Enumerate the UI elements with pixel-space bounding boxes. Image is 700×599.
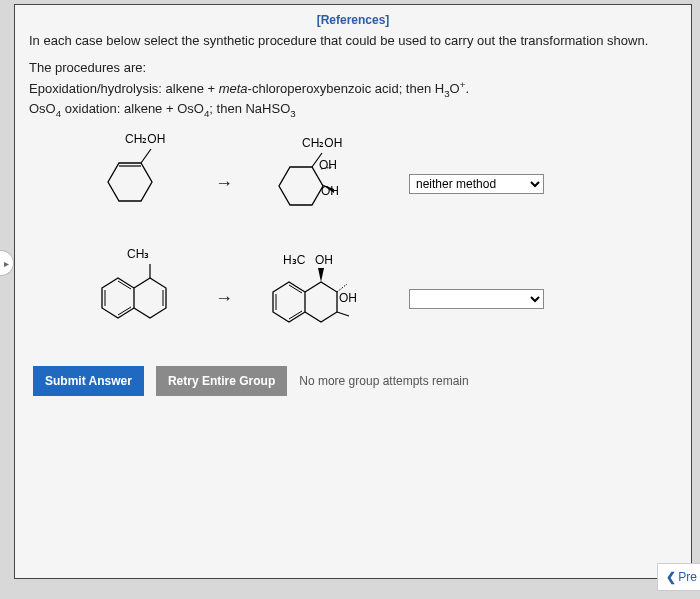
cyclohexene-ch2oh-icon — [89, 141, 179, 226]
procedures-heading: The procedures are: — [29, 60, 677, 75]
instruction-text: In each case below select the synthetic … — [29, 33, 677, 50]
svg-marker-17 — [318, 268, 324, 282]
chevron-icon: ▸ — [4, 258, 9, 269]
reaction-row-2: CH₃ → H₃C OH OH Epoxidation/ — [29, 251, 677, 346]
method-select-1[interactable]: Epoxidation/hydrolysisOsO4 oxidationneit… — [409, 174, 544, 194]
reactant-1: CH₂OH — [69, 136, 199, 231]
reactions-area: CH₂OH → CH₂OH OH OH Epoxidation/hydrolys… — [29, 136, 677, 346]
method-select-2[interactable]: Epoxidation/hydrolysisOsO4 oxidationneit… — [409, 289, 544, 309]
tetralin-ch3-icon — [84, 254, 184, 344]
svg-line-19 — [337, 312, 349, 316]
previous-button[interactable]: ❮ Pre — [657, 563, 700, 591]
reaction-arrow-1: → — [199, 173, 249, 194]
reactant-2: CH₃ — [69, 251, 199, 346]
label-oh2: OH — [339, 291, 357, 305]
svg-line-2 — [141, 149, 151, 163]
chevron-left-icon: ❮ — [666, 570, 676, 584]
product-2: H₃C OH OH — [249, 251, 379, 346]
references-link[interactable]: [References] — [29, 13, 677, 27]
side-expand[interactable]: ▸ — [0, 250, 14, 276]
button-row: Submit Answer Retry Entire Group No more… — [29, 366, 677, 396]
label-oh-mid: OH — [319, 158, 337, 172]
reaction-arrow-2: → — [199, 288, 249, 309]
prev-label: Pre — [678, 570, 697, 584]
svg-marker-7 — [102, 278, 134, 318]
label-oh1: OH — [315, 253, 333, 267]
label-h3c: H₃C — [283, 253, 305, 267]
svg-marker-0 — [108, 163, 152, 201]
submit-button[interactable]: Submit Answer — [33, 366, 144, 396]
reaction-row-1: CH₂OH → CH₂OH OH OH Epoxidation/hydrolys… — [29, 136, 677, 231]
product-1: CH₂OH OH OH — [249, 136, 379, 231]
label-oh-bot: OH — [321, 184, 339, 198]
svg-marker-3 — [279, 167, 323, 205]
procedure-2: OsO4 oxidation: alkene + OsO4; then NaHS… — [29, 101, 677, 119]
question-card: [References] In each case below select t… — [14, 4, 692, 579]
svg-marker-13 — [273, 282, 305, 322]
label-ch3: CH₃ — [127, 247, 149, 261]
attempts-text: No more group attempts remain — [299, 374, 468, 388]
procedure-1: Epoxidation/hydrolysis: alkene + meta-ch… — [29, 79, 677, 99]
retry-button[interactable]: Retry Entire Group — [156, 366, 287, 396]
label-ch2oh: CH₂OH — [125, 132, 165, 146]
triol-product-icon — [264, 139, 364, 229]
label-ch2oh-p: CH₂OH — [302, 136, 342, 150]
